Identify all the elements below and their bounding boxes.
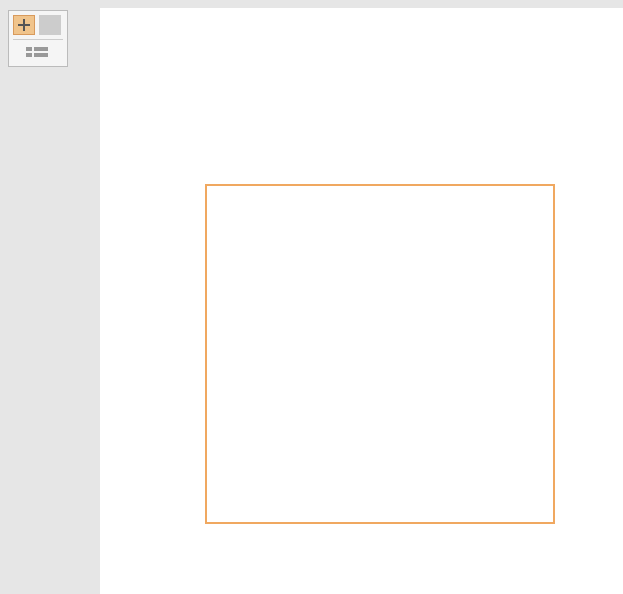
- insert-tool-button[interactable]: [13, 15, 35, 35]
- table-tool-button[interactable]: [13, 42, 61, 62]
- canvas-area[interactable]: [100, 8, 623, 594]
- palette-row-1: [13, 15, 63, 35]
- block-tool-button[interactable]: [39, 15, 61, 35]
- table-icon: [26, 47, 48, 57]
- palette-row-2: [13, 42, 63, 62]
- plus-icon: [18, 19, 30, 31]
- tool-palette: [8, 10, 68, 67]
- selected-rectangle[interactable]: [205, 184, 555, 524]
- palette-divider: [13, 39, 63, 40]
